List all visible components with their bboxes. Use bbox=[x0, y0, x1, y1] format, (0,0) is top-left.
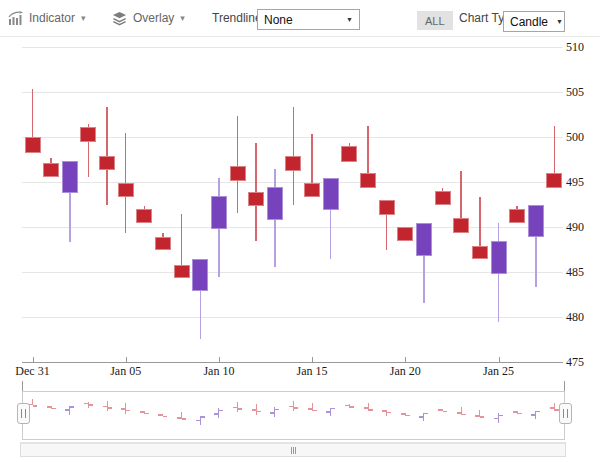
y-axis-label: 475 bbox=[566, 355, 584, 370]
nav-open-tick bbox=[494, 418, 499, 420]
gridline bbox=[22, 362, 563, 363]
candle-body-down bbox=[25, 137, 41, 153]
candle-body-down bbox=[136, 209, 152, 223]
nav-open-tick bbox=[196, 420, 201, 422]
candle-body-down bbox=[80, 127, 96, 142]
candle-body-up bbox=[323, 178, 339, 210]
nav-open-tick bbox=[326, 411, 331, 413]
x-axis-label: Jan 25 bbox=[473, 364, 525, 379]
candle-body-down bbox=[43, 163, 59, 177]
y-axis-label: 485 bbox=[566, 265, 584, 280]
nav-close-tick bbox=[182, 418, 187, 420]
horizontal-scrollbar[interactable] bbox=[20, 442, 566, 457]
nav-close-tick bbox=[33, 405, 38, 407]
candle-body-up bbox=[416, 223, 432, 255]
candle-body-down bbox=[509, 209, 525, 223]
nav-close-tick bbox=[499, 415, 504, 417]
gridline bbox=[22, 47, 563, 48]
nav-close-tick bbox=[126, 410, 131, 412]
nav-close-tick bbox=[405, 415, 410, 417]
layers-icon bbox=[112, 11, 127, 26]
handle-grip-icon bbox=[21, 409, 26, 418]
select-arrow-icon: ▼ bbox=[346, 16, 353, 23]
x-axis-label: Dec 31 bbox=[7, 364, 59, 379]
nav-close-tick bbox=[349, 406, 354, 408]
nav-close-tick bbox=[331, 408, 336, 410]
all-range-button[interactable]: ALL bbox=[417, 11, 453, 30]
bar-chart-trend-icon bbox=[8, 11, 23, 26]
x-axis-tick bbox=[499, 357, 500, 362]
x-axis-tick bbox=[219, 357, 220, 362]
candle-body-down bbox=[379, 200, 395, 215]
candle-wick-down bbox=[237, 116, 239, 212]
nav-close-tick bbox=[238, 408, 243, 410]
nav-close-tick bbox=[51, 408, 56, 410]
navigator-left-handle[interactable] bbox=[17, 403, 30, 424]
nav-close-tick bbox=[275, 409, 280, 411]
nav-close-tick bbox=[107, 407, 112, 409]
chart-type-selected-value: Candle bbox=[510, 15, 548, 29]
candle-body-down bbox=[118, 183, 134, 197]
candle-body-up bbox=[491, 241, 507, 273]
x-axis-label: Jan 05 bbox=[100, 364, 152, 379]
gridline bbox=[22, 317, 563, 318]
overlay-menu[interactable]: Overlay ▾ bbox=[112, 0, 185, 36]
nav-close-tick bbox=[536, 411, 541, 413]
y-axis-label: 480 bbox=[566, 310, 584, 325]
toolbar: Indicator ▾ Overlay ▾ Trendline None ▼ A… bbox=[0, 0, 600, 37]
x-axis-label: Jan 20 bbox=[379, 364, 431, 379]
gridline bbox=[22, 272, 563, 273]
candle-body-down bbox=[304, 183, 320, 197]
nav-close-tick bbox=[219, 410, 224, 412]
navigator-right-handle[interactable] bbox=[559, 403, 572, 424]
navigator-left-edge-tick bbox=[22, 381, 23, 391]
nav-open-tick bbox=[214, 413, 219, 415]
nav-close-tick bbox=[387, 412, 392, 414]
y-axis-label: 495 bbox=[566, 175, 584, 190]
trendline-selected-value: None bbox=[264, 13, 293, 27]
candle-body-up bbox=[192, 259, 208, 291]
nav-open-tick bbox=[65, 409, 70, 411]
scrollbar-grip-icon[interactable] bbox=[293, 447, 294, 454]
nav-open-tick bbox=[531, 414, 536, 416]
candle-body-down bbox=[453, 218, 469, 233]
navigator-right-edge-tick bbox=[564, 381, 565, 391]
overlay-label: Overlay bbox=[133, 11, 174, 25]
candle-body-down bbox=[546, 173, 562, 188]
x-axis-tick bbox=[312, 357, 313, 362]
nav-close-tick bbox=[461, 414, 466, 416]
gridline bbox=[22, 227, 563, 228]
candle-body-down bbox=[472, 246, 488, 260]
indicator-label: Indicator bbox=[29, 11, 75, 25]
nav-close-tick bbox=[480, 416, 485, 418]
y-axis-label: 490 bbox=[566, 220, 584, 235]
candle-body-up bbox=[528, 205, 544, 237]
y-axis-label: 510 bbox=[566, 40, 584, 55]
select-arrow-icon: ▼ bbox=[556, 18, 563, 25]
candle-body-down bbox=[174, 265, 190, 279]
chart-type-select[interactable]: Candle ▼ bbox=[503, 11, 565, 32]
candle-body-down bbox=[341, 146, 357, 162]
gridline bbox=[22, 92, 563, 93]
stock-chart-app: 510505500495490485480475Dec 31Jan 05Jan … bbox=[0, 0, 600, 462]
nav-close-tick bbox=[256, 411, 261, 413]
nav-open-tick bbox=[270, 412, 275, 414]
nav-close-tick bbox=[517, 413, 522, 415]
indicator-menu[interactable]: Indicator ▾ bbox=[8, 0, 86, 36]
candle-body-down bbox=[155, 237, 171, 251]
nav-close-tick bbox=[144, 413, 149, 415]
nav-close-tick bbox=[368, 409, 373, 411]
nav-close-tick bbox=[70, 406, 75, 408]
y-axis-label: 500 bbox=[566, 130, 584, 145]
trendline-select[interactable]: None ▼ bbox=[257, 9, 360, 30]
candle-body-down bbox=[435, 191, 451, 205]
candle-body-down bbox=[99, 156, 115, 170]
candle-body-up bbox=[267, 187, 283, 219]
nav-open-tick bbox=[419, 416, 424, 418]
x-axis-tick bbox=[33, 357, 34, 362]
nav-close-tick bbox=[424, 413, 429, 415]
x-axis-label: Jan 10 bbox=[193, 364, 245, 379]
y-axis-label: 505 bbox=[566, 85, 584, 100]
candle-body-down bbox=[285, 156, 301, 171]
candle-body-down bbox=[397, 227, 413, 241]
